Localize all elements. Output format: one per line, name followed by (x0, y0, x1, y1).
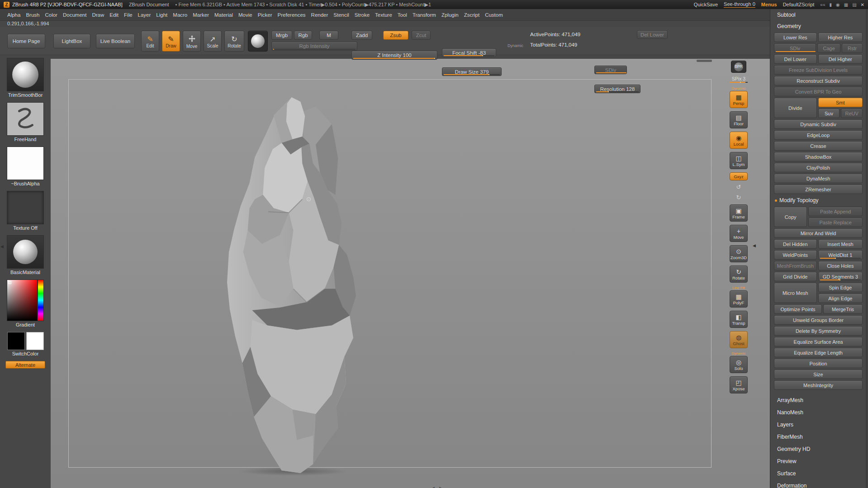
deformation-header[interactable]: Deformation (774, 480, 863, 488)
surface-header[interactable]: Surface (774, 468, 863, 479)
gd-segments-3-button[interactable]: GD Segments 3 (818, 272, 863, 281)
zoom3d-button[interactable]: ⊙Zoom3D (728, 245, 749, 262)
record-icon[interactable]: ◉ (836, 2, 840, 7)
menu-item[interactable]: Alpha (5, 10, 23, 19)
spix-button[interactable]: SPix 3 (728, 76, 749, 83)
zadd-button[interactable]: Zadd (351, 31, 372, 40)
crease-button[interactable]: Crease (774, 141, 863, 151)
brush-selector[interactable]: TrimSmoothBor (7, 58, 44, 98)
local-button[interactable]: ◉Local (728, 132, 749, 149)
reuv-button[interactable]: ReUV (841, 109, 863, 118)
ghost-button[interactable]: ◍Ghost (728, 331, 749, 348)
menu-item[interactable]: File (121, 10, 135, 19)
dock-chevrons-icon[interactable]: «« (820, 2, 825, 7)
del-lower-button[interactable]: Del Lower (637, 30, 668, 39)
dynamic-draw-size-label[interactable]: Dynamic (508, 43, 523, 48)
modify-topology-header[interactable]: Modify Topology (774, 195, 863, 205)
grid-divide-button[interactable]: Grid Divide (774, 272, 817, 281)
layers-header[interactable]: Layers (774, 419, 863, 430)
menu-item[interactable]: Brush (23, 10, 42, 19)
mirror-and-weld-button[interactable]: Mirror And Weld (774, 228, 863, 238)
meshintegrity-button[interactable]: MeshIntegrity (774, 380, 863, 390)
rotate-button[interactable]: ↻Rotate (728, 265, 749, 283)
preview-header[interactable]: Preview (774, 456, 863, 467)
sculpt-model[interactable] (225, 95, 360, 476)
fibermesh-header[interactable]: FiberMesh (774, 431, 863, 442)
welddist-1-button[interactable]: WeldDist 1 (818, 250, 863, 260)
persp-button[interactable]: Dynamic▦Persp (728, 86, 749, 108)
paste-append-button[interactable]: Paste Append (808, 207, 863, 216)
meshfrombrush-button[interactable]: MeshFromBrush (774, 261, 817, 270)
geometry-hd-header[interactable]: Geometry HD (774, 444, 863, 455)
menu-item[interactable]: Stroke (352, 10, 372, 19)
insert-mesh-button[interactable]: Insert Mesh (818, 239, 863, 249)
spin-edge-button[interactable]: Spin Edge (818, 283, 863, 292)
spin-cw-button[interactable]: ↻ (728, 194, 749, 201)
del-higher-button[interactable]: Del Higher (818, 54, 863, 64)
sdiv-slider[interactable]: SDiv (594, 66, 627, 74)
del-lower-button[interactable]: Del Lower (774, 54, 817, 64)
close-icon[interactable]: ✕ (861, 2, 864, 7)
focal-shift-slider[interactable]: Focal Shift -83 (442, 48, 496, 57)
freeze-subdivision-levels-button[interactable]: Freeze SubDivision Levels (774, 65, 863, 75)
convert-bpr-to-geo-button[interactable]: Convert BPR To Geo (774, 87, 863, 96)
home-page-button[interactable]: Home Page (7, 34, 45, 48)
copy-button[interactable]: Copy (774, 207, 807, 227)
optimize-points-button[interactable]: Optimize Points (774, 304, 822, 314)
color-picker[interactable]: Gradient (7, 280, 44, 327)
quicksave-button[interactable]: QuickSave (694, 2, 718, 7)
left-tray-toggle[interactable]: ◀ (0, 244, 4, 249)
mrgb-button[interactable]: Mrgb (271, 31, 292, 40)
menus-toggle[interactable]: Menus (761, 2, 777, 7)
canvas-hscroll-handle[interactable] (697, 60, 712, 62)
mergetris-button[interactable]: MergeTris (823, 304, 863, 314)
del-hidden-button[interactable]: Del Hidden (774, 239, 817, 249)
menu-item[interactable]: Transform (410, 10, 439, 19)
menu-item[interactable]: Picker (255, 10, 275, 19)
edit-button[interactable]: ✎ Edit (141, 31, 159, 52)
menu-item[interactable]: Light (153, 10, 170, 19)
gxyz-button[interactable]: Gxyz (728, 172, 749, 180)
resolution-slider[interactable]: Resolution 128 (594, 85, 640, 93)
weldpoints-button[interactable]: WeldPoints (774, 250, 817, 260)
menu-item[interactable]: Edit (107, 10, 121, 19)
geometry-header[interactable]: Geometry (774, 21, 863, 31)
menu-item[interactable]: Texture (372, 10, 395, 19)
menu-item[interactable]: Color (42, 10, 60, 19)
arraymesh-header[interactable]: ArrayMesh (774, 395, 863, 406)
draw-button[interactable]: ✎ Draw (162, 31, 180, 52)
higher-res-button[interactable]: Higher Res (818, 33, 863, 42)
zsub-button[interactable]: Zsub (383, 31, 408, 40)
current-material-button[interactable] (248, 31, 268, 52)
bpr-button[interactable]: BPR (728, 61, 749, 73)
menu-item[interactable]: Macro (170, 10, 190, 19)
doc-icon[interactable]: ▤ (852, 2, 856, 7)
size-button[interactable]: Size (774, 370, 863, 379)
close-holes-button[interactable]: Close Holes (818, 261, 863, 270)
lsym-button[interactable]: ◫L.Sym (728, 152, 749, 169)
lightbox-button[interactable]: LightBox (53, 34, 90, 48)
marker-icon[interactable]: ▮ (829, 2, 832, 7)
cage-button[interactable]: Cage (817, 43, 840, 53)
rgb-intensity-slider[interactable]: Rgb Intensity (271, 42, 357, 51)
canvas-scroll-arrows[interactable]: ◀ ▶ (432, 486, 442, 488)
menu-item[interactable]: Zplugin (439, 10, 461, 19)
menu-item[interactable]: Preferences (275, 10, 308, 19)
transp-button[interactable]: ◧Transp (728, 311, 749, 328)
alternate-button[interactable]: Alternate (5, 361, 45, 369)
lower-res-button[interactable]: Lower Res (774, 33, 817, 42)
reconstruct-subdiv-button[interactable]: Reconstruct Subdiv (774, 76, 863, 85)
zremesher-button[interactable]: ZRemesher (774, 185, 863, 194)
menu-item[interactable]: Zscript (461, 10, 483, 19)
divide-button[interactable]: Divide (774, 98, 817, 118)
menu-item[interactable]: Document (60, 10, 89, 19)
gradient-picker-icon[interactable] (7, 280, 44, 321)
scroll-right-icon[interactable]: ▶ (439, 486, 442, 488)
zcut-button[interactable]: Zcut (412, 31, 431, 40)
stroke-selector[interactable]: FreeHand (7, 102, 44, 142)
spin-ccw-button[interactable]: ↺ (728, 184, 749, 191)
rstr-button[interactable]: Rstr (842, 43, 863, 53)
menu-item[interactable]: Movie (236, 10, 255, 19)
dynamesh-button[interactable]: DynaMesh (774, 174, 863, 183)
see-through-slider[interactable]: See-through 0 (724, 1, 755, 8)
